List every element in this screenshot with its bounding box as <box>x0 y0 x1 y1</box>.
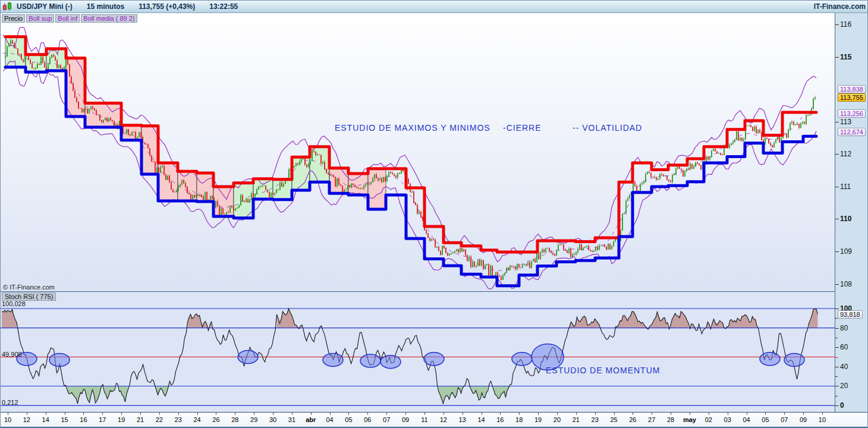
date-label: 09 <box>402 416 409 423</box>
stoch-rsi-chart[interactable] <box>1 292 835 412</box>
date-tick <box>538 413 539 415</box>
legend-boll-sup[interactable]: Boll sup <box>26 14 54 23</box>
annotation-momentum: ESTUDIO DE MOMENTUM <box>546 366 660 375</box>
date-tick <box>254 413 254 415</box>
indicator-min-label: 0,212 <box>2 399 18 406</box>
date-tick <box>690 413 690 415</box>
time-axis[interactable]: 10121415161719212223242628293031abr04050… <box>1 412 868 427</box>
legend-boll-inf[interactable]: Boll inf <box>55 14 80 23</box>
date-label: 10 <box>4 416 11 423</box>
date-tick <box>367 413 368 415</box>
chart-background <box>1 13 835 292</box>
date-tick <box>46 413 46 415</box>
price-tick <box>835 154 839 155</box>
date-label: 26 <box>629 416 636 423</box>
stoch-tick <box>835 309 839 309</box>
annotation-maxmin: ESTUDIO DE MAXIMOS Y MINIMOS <box>335 123 490 133</box>
date-tick <box>8 413 8 415</box>
price-tick <box>835 251 839 252</box>
date-label: 12 <box>23 416 30 423</box>
stoch-value-label: 93,818 <box>838 310 863 319</box>
date-tick <box>784 413 785 415</box>
date-tick <box>311 413 312 415</box>
price-tick-label: 111 <box>840 182 851 191</box>
date-tick <box>83 413 84 415</box>
date-tick <box>444 413 444 415</box>
candles-icon <box>2 2 13 11</box>
date-label: 10 <box>819 416 826 423</box>
indicator-mid-label: 49,908 <box>2 351 22 358</box>
legend-price[interactable]: Precio <box>2 14 25 23</box>
stoch-tick-label: 40 <box>840 363 848 371</box>
date-label: 23 <box>592 416 599 423</box>
date-label: 17 <box>99 416 106 423</box>
legend-boll-media[interactable]: Boll media ( 89 2) <box>81 14 137 23</box>
stoch-minor-tick <box>835 338 838 338</box>
date-label: 31 <box>288 416 295 423</box>
date-tick <box>747 413 747 415</box>
price-tick-label: 115 <box>840 53 851 61</box>
price-label-high: 113,838 <box>838 85 866 93</box>
stoch-minor-tick <box>835 357 838 358</box>
price-tick-label: 116 <box>840 20 851 29</box>
date-tick <box>386 413 387 415</box>
date-label: 07 <box>383 416 390 423</box>
stoch-tick <box>835 386 839 386</box>
brand-label: IT-Finance.com <box>814 2 866 11</box>
date-tick <box>614 413 615 415</box>
annotation-volatilidad: -- VOLATILIDAD <box>573 123 642 133</box>
date-tick <box>121 413 122 415</box>
annotation-cierre: -CIERRE <box>503 123 542 133</box>
date-label: 15 <box>61 416 68 423</box>
date-label: 28 <box>231 416 238 423</box>
stoch-minor-tick <box>835 376 838 377</box>
price-chart[interactable] <box>1 13 835 292</box>
date-tick <box>576 413 577 415</box>
time-label: 13:22:55 <box>209 2 238 11</box>
price-label-low: 112,674 <box>838 128 866 136</box>
price-axis[interactable]: 116115113112111110109108113,838113,75511… <box>835 13 868 292</box>
timeframe-label: 15 minutos <box>87 2 124 11</box>
date-tick <box>482 413 482 415</box>
price-tick-label: 108 <box>840 280 852 288</box>
date-tick <box>822 413 823 415</box>
price-tick <box>835 219 839 219</box>
date-label: 29 <box>250 416 257 423</box>
date-label: 03 <box>724 416 731 423</box>
date-label: 12 <box>440 416 447 423</box>
date-tick <box>595 413 596 415</box>
date-tick <box>65 413 65 415</box>
date-label: 25 <box>610 416 617 423</box>
stoch-tick <box>835 405 839 406</box>
indicator-max-label: 100,028 <box>2 300 26 307</box>
stoch-tick <box>835 367 839 367</box>
date-tick <box>463 413 463 415</box>
date-label: may <box>683 416 696 423</box>
date-label: 23 <box>175 416 182 423</box>
price-tick-label: 112 <box>840 150 851 158</box>
indicator-axis: 10080604020093,818 <box>835 292 868 412</box>
stoch-minor-tick <box>835 396 838 396</box>
date-label: 07 <box>781 416 788 423</box>
date-tick <box>424 413 425 415</box>
date-label: 11 <box>421 416 427 423</box>
date-tick <box>273 413 273 415</box>
date-label: 05 <box>762 416 769 423</box>
date-label: 30 <box>269 416 276 423</box>
date-tick <box>292 413 293 415</box>
date-tick <box>652 413 652 415</box>
date-label: 21 <box>137 416 144 423</box>
date-tick <box>197 413 198 415</box>
date-label: 04 <box>743 416 750 423</box>
stoch-tick-label: 60 <box>840 343 848 351</box>
copyright-label: © IT-Finance.com <box>3 284 55 291</box>
date-label: 19 <box>534 416 542 423</box>
date-tick <box>348 413 349 415</box>
date-tick <box>140 413 141 415</box>
stoch-tick <box>835 328 839 329</box>
stoch-tick-label: 20 <box>840 382 848 390</box>
title-bar: USD/JPY Mini (-) 15 minutos 113,755 (+0,… <box>1 1 868 13</box>
date-tick <box>633 413 633 415</box>
indicator-title[interactable]: Stoch RSI ( 775) <box>2 292 56 301</box>
legend-bar: Precio Boll sup Boll inf Boll media ( 89… <box>2 14 137 23</box>
